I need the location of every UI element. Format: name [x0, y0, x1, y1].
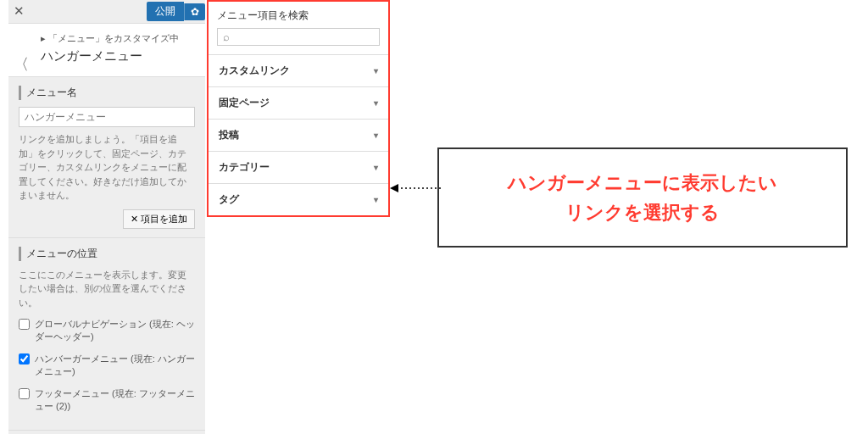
publish-button[interactable]: 公開 — [147, 2, 184, 21]
location-option-global-nav[interactable]: グローバルナビゲーション (現在: ヘッダーヘッダー) — [19, 318, 195, 344]
available-menu-items-panel: メニュー項目を検索 ⌕ カスタムリンク ▾ 固定ページ ▾ 投稿 ▾ カテゴリー… — [207, 0, 390, 217]
chevron-down-icon: ▾ — [374, 98, 378, 108]
accordion-item-categories[interactable]: カテゴリー ▾ — [209, 152, 388, 184]
accordion-item-label: カスタムリンク — [219, 64, 290, 78]
panel-header: 〈 ▸ 「メニュー」をカスタマイズ中 ハンガーメニュー — [8, 24, 205, 77]
accordion-item-custom-links[interactable]: カスタムリンク ▾ — [209, 55, 388, 87]
chevron-down-icon: ▾ — [374, 66, 378, 75]
topbar: ✕ 公開 ✿ — [8, 0, 205, 24]
search-label: メニュー項目を検索 — [217, 8, 380, 23]
menu-name-label: メニュー名 — [19, 86, 195, 100]
search-icon: ⌕ — [223, 31, 230, 43]
location-option-label: グローバルナビゲーション (現在: ヘッダーヘッダー) — [35, 318, 195, 344]
search-input-wrap[interactable]: ⌕ — [217, 28, 380, 46]
annotation-callout: ハンガーメニューに表示したい リンクを選択する — [437, 147, 848, 248]
accordion-item-label: カテゴリー — [219, 160, 270, 175]
close-icon[interactable]: ✕ — [14, 3, 25, 19]
accordion-item-label: タグ — [219, 192, 239, 207]
location-option-footer[interactable]: フッターメニュー (現在: フッターメニュー (2)) — [19, 387, 195, 414]
menu-location-help: ここにこのメニューを表示します。変更したい場合は、別の位置を選んでください。 — [19, 268, 195, 310]
svg-marker-1 — [390, 184, 398, 192]
chevron-down-icon: ▾ — [374, 195, 378, 204]
search-input[interactable] — [233, 31, 374, 43]
location-checkbox[interactable] — [19, 319, 30, 330]
location-option-hamburger[interactable]: ハンバーガーメニュー (現在: ハンガーメニュー) — [19, 353, 195, 379]
accordion-item-pages[interactable]: 固定ページ ▾ — [209, 87, 388, 120]
accordion-item-label: 投稿 — [219, 128, 239, 142]
location-checkbox[interactable] — [19, 353, 30, 364]
accordion-item-label: 固定ページ — [219, 96, 270, 110]
menu-name-help: リンクを追加しましょう。「項目を追加」をクリックして、固定ページ、カテゴリー、カ… — [19, 132, 195, 203]
back-chevron-icon[interactable]: 〈 — [14, 54, 29, 75]
breadcrumb: ▸ 「メニュー」をカスタマイズ中 — [41, 32, 195, 45]
menu-location-section: メニューの位置 ここにこのメニューを表示します。変更したい場合は、別の位置を選ん… — [8, 238, 205, 431]
page-title: ハンガーメニュー — [41, 48, 195, 64]
location-checkbox[interactable] — [19, 388, 30, 399]
gear-icon[interactable]: ✿ — [184, 3, 205, 20]
menu-settings-section: メニュー設定 このメニューに新しいトップレベルページを自動的に追加 — [8, 431, 205, 434]
menu-name-input[interactable] — [19, 107, 195, 127]
menu-location-label: メニューの位置 — [19, 247, 195, 261]
location-option-label: フッターメニュー (現在: フッターメニュー (2)) — [35, 387, 195, 414]
menu-name-section: メニュー名 リンクを追加しましょう。「項目を追加」をクリックして、固定ページ、カ… — [8, 77, 205, 238]
callout-line1: ハンガーメニューに表示したい — [454, 168, 831, 198]
chevron-down-icon: ▾ — [374, 131, 378, 140]
search-area: メニュー項目を検索 ⌕ — [209, 2, 388, 55]
location-option-label: ハンバーガーメニュー (現在: ハンガーメニュー) — [35, 353, 195, 379]
callout-line2: リンクを選択する — [454, 198, 831, 227]
customizer-sidebar: ✕ 公開 ✿ 〈 ▸ 「メニュー」をカスタマイズ中 ハンガーメニュー メニュー名… — [8, 0, 205, 434]
accordion-item-tags[interactable]: タグ ▾ — [209, 184, 388, 215]
add-item-button[interactable]: ✕ 項目を追加 — [123, 209, 195, 229]
accordion-item-posts[interactable]: 投稿 ▾ — [209, 120, 388, 152]
chevron-down-icon: ▾ — [374, 163, 378, 172]
